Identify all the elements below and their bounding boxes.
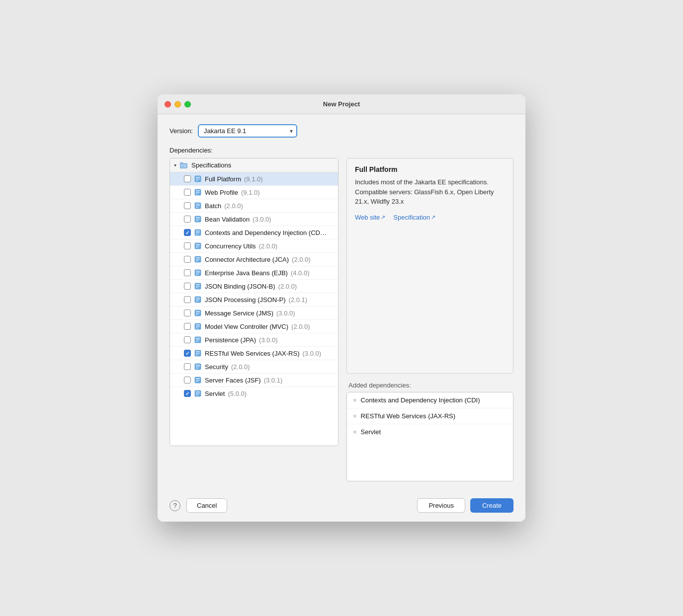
svg-rect-20	[196, 221, 198, 222]
dep-checkbox-security[interactable]	[184, 363, 191, 370]
dep-icon-jms	[194, 309, 202, 317]
create-button[interactable]: Create	[470, 498, 513, 513]
added-dep-cdi-label: Contexts and Dependency Injection (CDI)	[361, 396, 480, 404]
website-link[interactable]: Web site	[355, 214, 385, 221]
dep-item-jca[interactable]: Connector Architecture (JCA) (2.0.0)	[170, 253, 338, 266]
dep-item-jax-rs[interactable]: RESTful Web Services (JAX-RS) (3.0.0)	[170, 347, 338, 360]
group-name: Specifications	[191, 161, 231, 169]
maximize-button[interactable]	[184, 101, 191, 107]
svg-rect-16	[196, 207, 198, 208]
minimize-button[interactable]	[174, 101, 181, 107]
dep-version-jsf: (3.0.1)	[264, 377, 283, 384]
dep-item-ejb[interactable]: Enterprise Java Beans (EJB) (4.0.0)	[170, 266, 338, 280]
svg-rect-24	[196, 234, 198, 235]
version-select[interactable]: Jakarta EE 8 Jakarta EE 9 Jakarta EE 9.1…	[198, 124, 297, 138]
dep-item-servlet[interactable]: Servlet (5.0.0)	[170, 387, 338, 400]
svg-rect-62	[196, 365, 200, 366]
dep-icon-jpa	[194, 336, 202, 344]
dep-icon-mvc	[194, 322, 202, 330]
dep-checkbox-ejb[interactable]	[184, 269, 191, 276]
dep-name-concurrency: Concurrency Utils	[205, 242, 256, 250]
svg-rect-64	[196, 368, 198, 369]
dep-item-batch[interactable]: Batch (2.0.0)	[170, 199, 338, 213]
dep-item-json-p[interactable]: JSON Processing (JSON-P) (2.0.1)	[170, 293, 338, 307]
dep-checkbox-web-profile[interactable]	[184, 189, 191, 196]
svg-rect-26	[196, 244, 200, 245]
remove-jax-rs-button[interactable]: ×	[353, 412, 357, 420]
remove-servlet-button[interactable]: ×	[353, 428, 357, 436]
svg-rect-28	[196, 247, 198, 248]
dep-checkbox-jpa[interactable]	[184, 336, 191, 343]
svg-rect-22	[196, 231, 200, 231]
svg-rect-34	[196, 271, 200, 272]
dep-name-jms: Message Service (JMS)	[205, 309, 273, 317]
dep-icon-jsf	[194, 376, 202, 384]
dep-item-jpa[interactable]: Persistence (JPA) (3.0.0)	[170, 333, 338, 347]
svg-rect-63	[196, 367, 200, 368]
svg-rect-23	[196, 232, 200, 233]
specification-link[interactable]: Specification	[393, 214, 435, 221]
svg-rect-31	[196, 259, 200, 260]
version-select-wrapper: Jakarta EE 8 Jakarta EE 9 Jakarta EE 9.1…	[198, 124, 297, 138]
svg-rect-10	[196, 190, 200, 191]
svg-rect-40	[196, 288, 198, 289]
previous-button[interactable]: Previous	[417, 498, 465, 513]
remove-cdi-button[interactable]: ×	[353, 396, 357, 404]
dep-item-mvc[interactable]: Model View Controller (MVC) (2.0.0)	[170, 320, 338, 333]
dep-checkbox-jax-rs[interactable]	[184, 350, 191, 357]
footer: ? Cancel Previous Create	[158, 491, 525, 522]
main-content: Version: Jakarta EE 8 Jakarta EE 9 Jakar…	[158, 114, 525, 491]
dep-icon-batch	[194, 202, 202, 210]
dep-name-servlet: Servlet	[205, 390, 225, 397]
dep-item-bean-validation[interactable]: Bean Validation (3.0.0)	[170, 213, 338, 226]
dep-checkbox-jca[interactable]	[184, 256, 191, 263]
dep-item-web-profile[interactable]: Web Profile (9.1.0)	[170, 186, 338, 199]
dep-name-bean-validation: Bean Validation	[205, 216, 250, 223]
dep-item-jsf[interactable]: Server Faces (JSF) (3.0.1)	[170, 374, 338, 387]
help-button[interactable]: ?	[170, 500, 180, 511]
dep-item-cdi[interactable]: Contexts and Dependency Injection (CD…	[170, 226, 338, 239]
dep-name-jax-rs: RESTful Web Services (JAX-RS)	[205, 350, 299, 357]
dep-version-mvc: (2.0.0)	[291, 323, 310, 330]
dep-icon-cdi	[194, 229, 202, 236]
info-links: Web site Specification	[355, 214, 505, 221]
svg-rect-12	[196, 194, 198, 195]
dependency-list[interactable]: ▾ Specifications	[170, 158, 339, 446]
dep-version-batch: (2.0.0)	[224, 202, 243, 210]
info-description: Includes most of the Jakarta EE specific…	[355, 177, 505, 207]
dep-name-cdi: Contexts and Dependency Injection (CD…	[205, 229, 327, 236]
dep-checkbox-json-b[interactable]	[184, 283, 191, 290]
added-dep-item-servlet: × Servlet	[347, 424, 513, 440]
close-button[interactable]	[165, 101, 171, 107]
dep-icon-json-p	[194, 296, 202, 304]
svg-rect-7	[196, 179, 200, 180]
added-deps-panel: × Contexts and Dependency Injection (CDI…	[346, 392, 513, 481]
dep-checkbox-full-platform[interactable]	[184, 175, 191, 182]
dep-name-mvc: Model View Controller (MVC)	[205, 323, 288, 330]
dep-checkbox-bean-validation[interactable]	[184, 216, 191, 223]
dep-checkbox-concurrency[interactable]	[184, 242, 191, 249]
dep-checkbox-json-p[interactable]	[184, 296, 191, 303]
svg-rect-72	[196, 395, 198, 396]
cancel-button[interactable]: Cancel	[186, 498, 227, 513]
dep-name-json-p: JSON Processing (JSON-P)	[205, 296, 286, 304]
svg-rect-70	[196, 391, 200, 392]
dep-item-concurrency[interactable]: Concurrency Utils (2.0.0)	[170, 239, 338, 253]
footer-right: Previous Create	[417, 498, 513, 513]
dep-item-jms[interactable]: Message Service (JMS) (3.0.0)	[170, 307, 338, 320]
dep-item-security[interactable]: Security (2.0.0)	[170, 360, 338, 374]
dep-checkbox-cdi[interactable]	[184, 229, 191, 236]
svg-rect-68	[196, 382, 198, 383]
dep-item-json-b[interactable]: JSON Binding (JSON-B) (2.0.0)	[170, 280, 338, 293]
dep-version-web-profile: (9.1.0)	[241, 189, 260, 196]
dep-checkbox-jsf[interactable]	[184, 377, 191, 384]
svg-rect-27	[196, 246, 200, 247]
dep-checkbox-servlet[interactable]	[184, 390, 191, 397]
dep-checkbox-mvc[interactable]	[184, 323, 191, 330]
dep-icon-jax-rs	[194, 349, 202, 357]
svg-rect-46	[196, 311, 200, 312]
dep-checkbox-batch[interactable]	[184, 202, 191, 209]
dep-version-json-b: (2.0.0)	[278, 283, 297, 290]
dep-checkbox-jms[interactable]	[184, 309, 191, 316]
dep-item-full-platform[interactable]: Full Platform (9.1.0)	[170, 172, 338, 186]
